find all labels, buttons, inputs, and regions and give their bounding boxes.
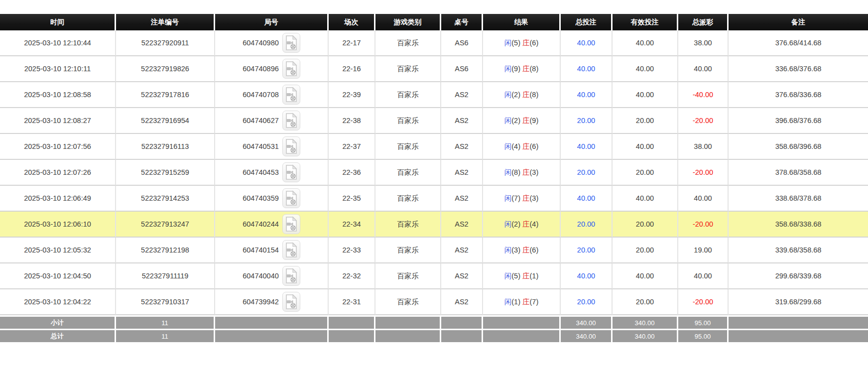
video-replay-button[interactable]: [282, 214, 300, 234]
summary-count: 11: [116, 329, 215, 342]
cell-total-payout: 40.00: [678, 186, 729, 212]
cell-remark: 396.68/376.68: [729, 108, 868, 134]
header-row: 时间注单编号局号场次游戏类别桌号结果总投注有效投注总派彩备注: [0, 14, 868, 30]
video-replay-button[interactable]: [282, 111, 300, 130]
cell-valid-bet: 20.00: [613, 289, 678, 315]
cell-valid-bet: 40.00: [613, 30, 678, 56]
table-row[interactable]: 2025-03-10 12:07:26522327915259604740453…: [0, 160, 868, 186]
cell-session: 22-38: [329, 108, 375, 134]
table-row[interactable]: 2025-03-10 12:05:32522327912198604740154…: [0, 238, 868, 263]
cell-result: 闲(9) 庄(8): [483, 56, 561, 82]
video-replay-button[interactable]: [282, 59, 300, 79]
cell-total-payout: 19.00: [678, 238, 729, 263]
video-replay-button[interactable]: [282, 188, 300, 208]
cell-total-payout: 38.00: [678, 30, 729, 56]
summary-label: 总计: [0, 329, 116, 342]
cell-game-type: 百家乐: [375, 160, 441, 186]
cell-remark: 358.68/396.68: [729, 134, 868, 160]
summary-empty-game-type: [375, 329, 441, 342]
cell-table-no: AS2: [441, 289, 483, 315]
cell-round-no: 604740896: [215, 56, 329, 82]
cell-total-bet: 20.00: [561, 212, 613, 238]
video-file-icon: [284, 138, 298, 154]
video-replay-button[interactable]: [282, 33, 300, 53]
cell-total-bet: 40.00: [561, 186, 613, 212]
table-row[interactable]: 2025-03-10 12:06:10522327913247604740244…: [0, 212, 868, 238]
cell-time: 2025-03-10 12:10:11: [0, 56, 116, 82]
video-replay-button[interactable]: [282, 266, 300, 286]
cell-game-type: 百家乐: [375, 134, 441, 160]
table-row[interactable]: 2025-03-10 12:08:58522327917816604740708…: [0, 82, 868, 108]
table-row[interactable]: 2025-03-10 12:10:44522327920911604740980…: [0, 30, 868, 56]
cell-time: 2025-03-10 12:05:32: [0, 238, 116, 263]
column-header-result: 结果: [483, 14, 561, 30]
cell-session: 22-37: [329, 134, 375, 160]
summary-empty-session: [329, 315, 375, 329]
bet-records-table: 时间注单编号局号场次游戏类别桌号结果总投注有效投注总派彩备注 2025-03-1…: [0, 14, 868, 342]
video-file-icon: [284, 294, 298, 310]
table-row[interactable]: 2025-03-10 12:07:56522327916113604740531…: [0, 134, 868, 160]
cell-result: 闲(4) 庄(6): [483, 134, 561, 160]
video-replay-button[interactable]: [282, 162, 300, 182]
table-row[interactable]: 2025-03-10 12:10:11522327919826604740896…: [0, 56, 868, 82]
cell-result: 闲(2) 庄(8): [483, 82, 561, 108]
cell-bet-no: 522327910317: [116, 289, 215, 315]
cell-session: 22-16: [329, 56, 375, 82]
table-body: 2025-03-10 12:10:44522327920911604740980…: [0, 30, 868, 315]
summary-valid-bet: 340.00: [613, 329, 678, 342]
table-row[interactable]: 2025-03-10 12:04:22522327910317604739942…: [0, 289, 868, 315]
cell-total-payout: -20.00: [678, 212, 729, 238]
summary-row: 总计11340.00340.0095.00: [0, 329, 868, 342]
cell-remark: 378.68/358.68: [729, 160, 868, 186]
table-row[interactable]: 2025-03-10 12:08:27522327916954604740627…: [0, 108, 868, 134]
cell-round-no: 604740627: [215, 108, 329, 134]
cell-table-no: AS2: [441, 82, 483, 108]
cell-round-no: 604740453: [215, 160, 329, 186]
column-header-total-payout: 总派彩: [678, 14, 729, 30]
cell-round-no: 604740531: [215, 134, 329, 160]
video-file-icon: [284, 87, 298, 103]
cell-total-bet: 20.00: [561, 289, 613, 315]
cell-total-bet: 40.00: [561, 134, 613, 160]
video-replay-button[interactable]: [282, 240, 300, 260]
cell-round-no: 604740244: [215, 212, 329, 238]
cell-total-bet: 20.00: [561, 238, 613, 263]
video-file-icon: [284, 35, 298, 51]
cell-remark: 338.68/378.68: [729, 186, 868, 212]
cell-total-bet: 20.00: [561, 108, 613, 134]
video-replay-button[interactable]: [282, 136, 300, 156]
cell-total-bet: 40.00: [561, 56, 613, 82]
cell-total-payout: 40.00: [678, 263, 729, 289]
cell-total-payout: -40.00: [678, 82, 729, 108]
summary-remark: [729, 329, 868, 342]
cell-table-no: AS2: [441, 212, 483, 238]
column-header-session: 场次: [329, 14, 375, 30]
cell-table-no: AS2: [441, 186, 483, 212]
cell-valid-bet: 40.00: [613, 263, 678, 289]
column-header-game-type: 游戏类别: [375, 14, 441, 30]
summary-empty-result: [483, 315, 561, 329]
column-header-valid-bet: 有效投注: [613, 14, 678, 30]
cell-bet-no: 522327916954: [116, 108, 215, 134]
cell-bet-no: 522327912198: [116, 238, 215, 263]
cell-round-no: 604740040: [215, 263, 329, 289]
column-header-round-no: 局号: [215, 14, 329, 30]
cell-result: 闲(5) 庄(1): [483, 263, 561, 289]
summary-empty-game-type: [375, 315, 441, 329]
cell-bet-no: 522327917816: [116, 82, 215, 108]
video-replay-button[interactable]: [282, 292, 300, 312]
cell-remark: 319.68/299.68: [729, 289, 868, 315]
summary-empty-table-no: [441, 329, 483, 342]
column-header-remark: 备注: [729, 14, 868, 30]
cell-session: 22-39: [329, 82, 375, 108]
cell-bet-no: 522327916113: [116, 134, 215, 160]
table-row[interactable]: 2025-03-10 12:06:49522327914253604740359…: [0, 186, 868, 212]
cell-total-payout: -20.00: [678, 289, 729, 315]
video-file-icon: [284, 113, 298, 128]
cell-result: 闲(5) 庄(6): [483, 30, 561, 56]
table-row[interactable]: 2025-03-10 12:04:50522327911119604740040…: [0, 263, 868, 289]
video-replay-button[interactable]: [282, 85, 300, 105]
cell-total-payout: 38.00: [678, 134, 729, 160]
cell-remark: 376.68/336.68: [729, 82, 868, 108]
cell-result: 闲(3) 庄(6): [483, 238, 561, 263]
